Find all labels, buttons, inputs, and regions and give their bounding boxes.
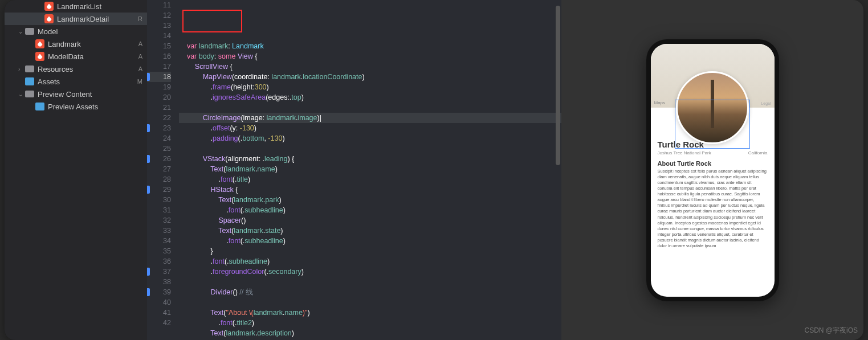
code-line-31[interactable]: } — [179, 246, 561, 256]
code-line-26[interactable]: Text(landmark.park) — [179, 195, 561, 205]
folder-icon — [25, 28, 34, 35]
xcode-window: LandmarkListLandmarkDetailR⌄ModelLandmar… — [5, 0, 863, 340]
code-line-30[interactable]: .font(.subheadline) — [179, 236, 561, 246]
project-navigator[interactable]: LandmarkListLandmarkDetailR⌄ModelLandmar… — [5, 0, 147, 340]
file-landmarkdetail[interactable]: LandmarkDetailR — [5, 13, 147, 25]
file-landmark[interactable]: LandmarkA — [5, 38, 147, 50]
code-line-33[interactable]: .foregroundColor(.secondary) — [179, 267, 561, 277]
file-label: ModelData — [48, 52, 136, 61]
file-label: Model — [38, 27, 142, 36]
code-line-17[interactable] — [179, 103, 561, 113]
swift-icon — [44, 2, 54, 11]
circle-image — [676, 71, 749, 144]
scm-badge: A — [138, 40, 142, 47]
code-line-15[interactable]: .frame(height:300) — [179, 82, 561, 92]
watermark: CSDN @宇夜iOS — [804, 326, 858, 335]
code-line-12[interactable]: var body: some View { — [179, 51, 561, 62]
code-line-39[interactable]: Text(landmark.description) — [179, 328, 561, 338]
code-line-16[interactable]: .ignoresSafeArea(edges:.top) — [179, 92, 561, 103]
swift-icon — [35, 39, 44, 48]
asset-icon — [25, 77, 34, 85]
code-line-19[interactable]: .offset(y: -130) — [179, 123, 561, 133]
code-line-35[interactable]: Divider() // 线 — [179, 287, 561, 297]
code-line-14[interactable]: MapView(coordinate: landmark.locationCoo… — [179, 72, 561, 82]
about-heading: About Turtle Rock — [658, 160, 768, 167]
file-modeldata[interactable]: ModelDataA — [5, 50, 147, 63]
file-assets[interactable]: AssetsM — [5, 75, 147, 88]
iphone-screen[interactable]: Maps Legal Turtle Rock Joshua Tree Natio… — [651, 44, 775, 297]
landmark-park: Joshua Tree National Park — [658, 150, 711, 155]
scrollbar[interactable] — [555, 0, 560, 340]
file-model[interactable]: ⌄Model — [5, 25, 147, 38]
file-label: LandmarkList — [57, 2, 142, 11]
code-line-18[interactable]: CircleImage(image: landmark.image)| — [179, 113, 561, 123]
file-preview-assets[interactable]: Preview Assets — [5, 100, 147, 113]
folder-icon — [25, 65, 34, 72]
code-line-24[interactable]: .font(.title) — [179, 174, 561, 185]
code-line-28[interactable]: Spacer() — [179, 215, 561, 226]
code-line-36[interactable] — [179, 297, 561, 308]
code-line-37[interactable]: Text("About \(landmark.name)") — [179, 308, 561, 318]
code-line-23[interactable]: Text(landmark.name) — [179, 164, 561, 174]
maps-attribution: Maps — [654, 100, 666, 105]
asset-icon — [35, 103, 44, 110]
file-resources[interactable]: ›ResourcesA — [5, 63, 147, 75]
file-label: LandmarkDetail — [57, 15, 136, 23]
file-label: Preview Assets — [48, 103, 142, 111]
code-line-27[interactable]: .font(.subheadline) — [179, 205, 561, 215]
landmark-description: Suscipit inceptos est felis purus aenean… — [658, 169, 768, 249]
code-editor[interactable]: var landmark: Landmark var body: some Vi… — [176, 0, 561, 340]
file-label: Preview Content — [38, 90, 142, 99]
file-label: Landmark — [48, 40, 136, 48]
code-line-21[interactable] — [179, 144, 561, 154]
code-line-34[interactable] — [179, 277, 561, 287]
code-line-13[interactable]: ScrollView { — [179, 62, 561, 72]
file-landmarklist[interactable]: LandmarkList — [5, 0, 147, 13]
scm-badge: A — [138, 53, 142, 60]
iphone-frame: Maps Legal Turtle Rock Joshua Tree Natio… — [646, 39, 779, 301]
code-line-11[interactable]: var landmark: Landmark — [179, 41, 561, 51]
file-label: Assets — [38, 77, 135, 86]
scm-badge: M — [137, 78, 142, 85]
code-line-38[interactable]: .font(.title2) — [179, 318, 561, 328]
swift-icon — [35, 52, 44, 61]
folder-icon — [25, 91, 34, 97]
code-line-20[interactable]: .padding(.bottom, -130) — [179, 133, 561, 144]
code-line-32[interactable]: .font(.subheadline) — [179, 256, 561, 267]
scm-badge: R — [138, 15, 142, 22]
swift-icon — [44, 14, 54, 23]
line-gutter: 1112131415161718192021222324252627282930… — [147, 0, 176, 340]
landmark-state: California — [748, 150, 768, 155]
scm-badge: A — [138, 65, 142, 72]
code-line-22[interactable]: VStack(alignment: .leading) { — [179, 154, 561, 164]
file-preview-content[interactable]: ⌄Preview Content — [5, 88, 147, 100]
code-line-25[interactable]: HStack { — [179, 185, 561, 195]
maps-legal: Legal — [761, 101, 771, 105]
highlight-box — [182, 10, 242, 32]
preview-canvas[interactable]: Maps Legal Turtle Rock Joshua Tree Natio… — [561, 0, 863, 340]
file-label: Resources — [38, 65, 136, 73]
code-line-29[interactable]: Text(landmark.state) — [179, 226, 561, 236]
